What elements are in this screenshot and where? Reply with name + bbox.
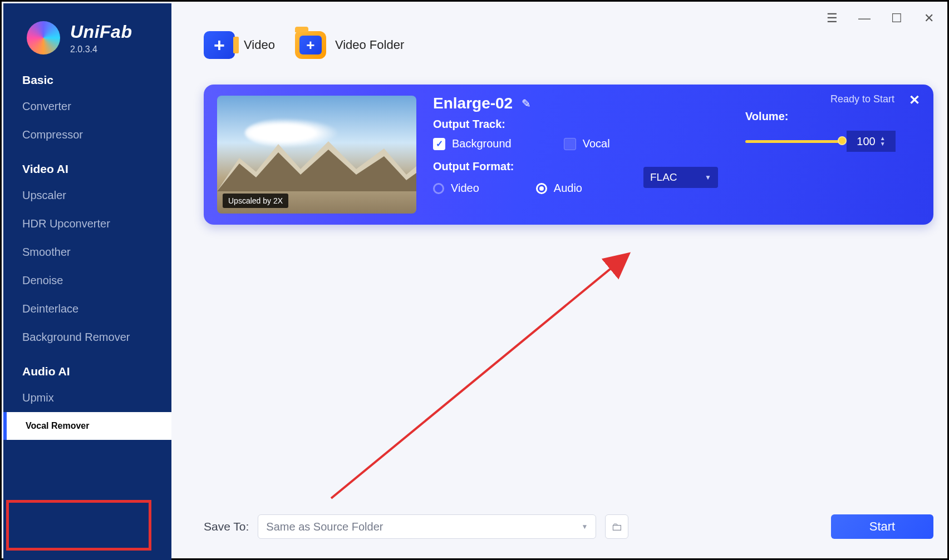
window-controls: ☰ — ☐ ✕	[824, 11, 937, 26]
app-logo: UniFab 2.0.3.4	[3, 3, 171, 60]
format-audio-radio[interactable]: Audio	[536, 182, 582, 195]
task-card: Ready to Start ✕ Upscaled by 2X Enlarge-…	[204, 85, 933, 225]
main-panel: ☰ — ☐ ✕ + Video + Video Folder Ready to …	[173, 3, 946, 557]
save-to-value: Same as Source Folder	[266, 521, 383, 533]
start-label: Start	[869, 519, 895, 534]
checkbox-empty-icon	[564, 138, 576, 150]
format-video-label: Video	[451, 182, 479, 195]
add-video-folder-icon: +	[295, 31, 326, 59]
sidebar-item-smoother[interactable]: Smoother	[3, 238, 171, 266]
add-video-folder-button[interactable]: + Video Folder	[295, 31, 404, 59]
sidebar-item-deinterlace[interactable]: Deinterlace	[3, 295, 171, 323]
app-version: 2.0.3.4	[70, 44, 132, 54]
volume-spinner[interactable]: ▲▼	[880, 136, 886, 147]
volume-label: Volume:	[745, 110, 918, 123]
menu-icon[interactable]: ☰	[824, 11, 840, 26]
slider-track-icon	[745, 140, 843, 143]
sidebar-item-hdr-upconverter[interactable]: HDR Upconverter	[3, 210, 171, 238]
slider-thumb-icon	[838, 136, 847, 145]
sidebar-item-background-remover[interactable]: Background Remover	[3, 323, 171, 351]
sidebar-item-vocal-remover[interactable]: Vocal Remover	[3, 412, 171, 440]
app-window: UniFab 2.0.3.4 Basic Converter Compresso…	[0, 0, 949, 560]
format-video-radio[interactable]: Video	[433, 182, 479, 195]
check-icon: ✓	[433, 138, 445, 150]
maximize-icon[interactable]: ☐	[889, 11, 904, 26]
annotation-arrow-icon	[328, 244, 640, 505]
save-to-label: Save To:	[204, 520, 249, 533]
browse-folder-button[interactable]: 🗀	[605, 514, 628, 539]
annotation-highlight	[6, 500, 151, 551]
track-vocal-checkbox[interactable]: Vocal	[564, 137, 610, 150]
folder-icon: 🗀	[611, 521, 622, 533]
edit-title-icon[interactable]: ✎	[522, 97, 531, 110]
dropdown-caret-icon: ▼	[705, 174, 711, 181]
volume-value: 100	[857, 135, 875, 148]
volume-slider[interactable]	[745, 139, 843, 143]
sidebar-section-audio-ai: Audio AI	[3, 351, 171, 384]
app-name: UniFab	[70, 22, 132, 42]
save-to-dropdown[interactable]: Same as Source Folder ▼	[258, 514, 596, 539]
track-background-label: Background	[452, 137, 512, 150]
track-vocal-label: Vocal	[583, 137, 610, 150]
format-audio-label: Audio	[554, 182, 582, 195]
sidebar-item-denoise[interactable]: Denoise	[3, 266, 171, 295]
add-video-button[interactable]: + Video	[204, 31, 275, 59]
close-icon[interactable]: ✕	[921, 11, 937, 26]
chevron-down-icon: ▼	[880, 141, 886, 147]
minimize-icon[interactable]: —	[857, 11, 872, 26]
radio-off-icon	[433, 183, 444, 194]
volume-group: Volume: 100 ▲▼	[745, 110, 918, 152]
dropdown-caret-icon: ▼	[581, 523, 588, 531]
sidebar-item-compressor[interactable]: Compressor	[3, 121, 171, 149]
radio-on-icon	[536, 183, 547, 194]
track-background-checkbox[interactable]: ✓ Background	[433, 137, 512, 150]
thumbnail-mountain-icon	[217, 138, 416, 191]
sidebar-item-upmix[interactable]: Upmix	[3, 384, 171, 412]
audio-format-value: FLAC	[650, 171, 677, 184]
sidebar-section-video-ai: Video AI	[3, 149, 171, 181]
add-video-label: Video	[244, 38, 275, 52]
thumbnail-badge: Upscaled by 2X	[223, 194, 288, 208]
bottom-bar: Save To: Same as Source Folder ▼ 🗀	[204, 514, 933, 539]
volume-value-box[interactable]: 100 ▲▼	[847, 131, 896, 152]
logo-icon	[27, 21, 60, 54]
video-thumbnail[interactable]: Upscaled by 2X	[217, 96, 416, 214]
sidebar-item-upscaler[interactable]: Upscaler	[3, 181, 171, 210]
add-video-icon: +	[204, 31, 235, 59]
task-title: Enlarge-02	[433, 95, 513, 112]
start-button[interactable]: Start	[831, 514, 933, 539]
svg-line-2	[331, 254, 629, 498]
sidebar-section-basic: Basic	[3, 60, 171, 92]
add-video-folder-label: Video Folder	[335, 38, 404, 52]
audio-format-dropdown[interactable]: FLAC ▼	[643, 167, 718, 188]
sidebar: UniFab 2.0.3.4 Basic Converter Compresso…	[3, 3, 171, 560]
sidebar-item-converter[interactable]: Converter	[3, 92, 171, 121]
